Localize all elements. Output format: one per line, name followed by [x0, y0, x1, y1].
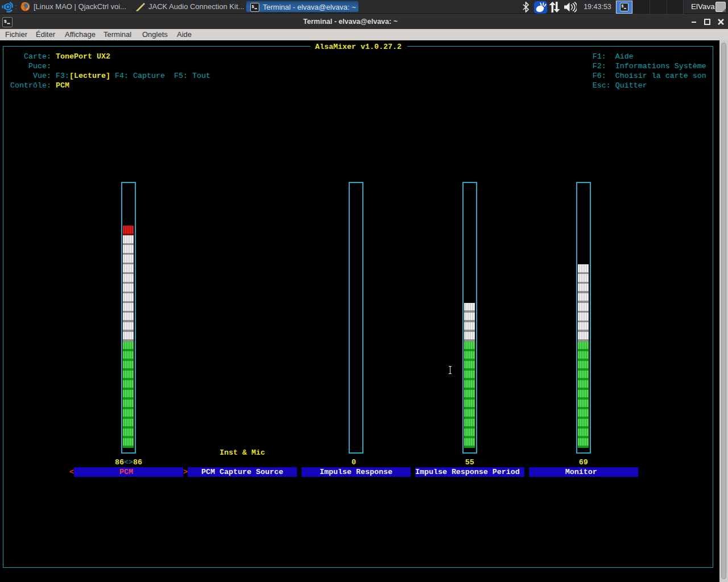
svg-text:$: $ [622, 5, 624, 9]
svg-text:$: $ [252, 5, 254, 9]
svg-text:$: $ [4, 19, 7, 24]
